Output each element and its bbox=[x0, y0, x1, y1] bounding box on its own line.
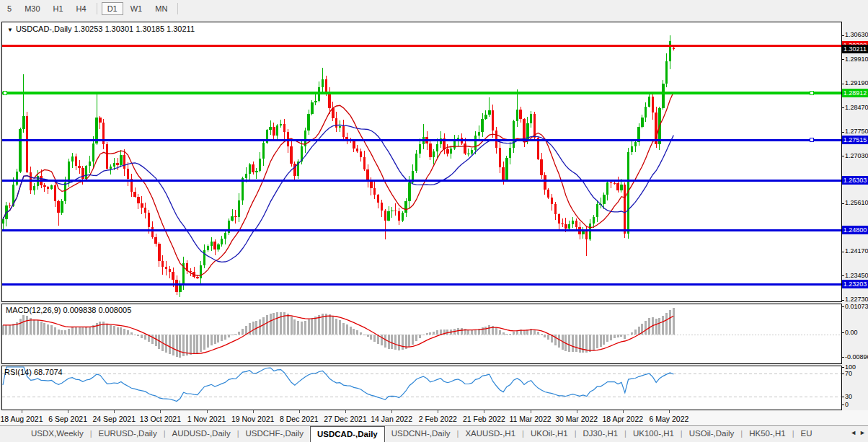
date-tick-mark bbox=[531, 410, 531, 413]
rsi-tick-70: 70 bbox=[845, 370, 868, 378]
current-price-badge: 1.30211 bbox=[842, 45, 868, 53]
tab-xauusd-h1[interactable]: XAUUSD-,H1 bbox=[459, 426, 522, 442]
date-label: 18 Aug 2021 bbox=[1, 415, 43, 423]
tab-eu[interactable]: EU bbox=[794, 426, 819, 442]
timeframe-button-h1[interactable]: H1 bbox=[48, 2, 69, 15]
price-tick-1.27030: 1.27030 bbox=[845, 152, 868, 160]
rsi-label: RSI(14) bbox=[4, 368, 32, 376]
axis-tick-mark bbox=[842, 203, 844, 204]
tab-scroll-right-icon[interactable]: ► bbox=[859, 429, 866, 436]
date-tick-mark bbox=[22, 410, 22, 413]
axis-tick-mark bbox=[842, 275, 844, 276]
trading-app-window: 5M30H1H4D1W1MN ▼USDCAD-,Daily 1.30253 1.… bbox=[0, 0, 868, 442]
date-tick-mark bbox=[299, 410, 300, 413]
tab-usdx-weekly[interactable]: USDX,Weekly bbox=[25, 426, 90, 442]
toolbar-separator bbox=[177, 3, 178, 14]
macd-tick-0.00: 0.00 bbox=[845, 329, 868, 337]
rsi-tick-30: 30 bbox=[845, 393, 868, 401]
chart-title: ▼USDCAD-,Daily 1.30253 1.30301 1.30185 1… bbox=[7, 25, 195, 33]
timeframe-toolbar: 5M30H1H4D1W1MN bbox=[0, 0, 868, 20]
date-tick-mark bbox=[669, 410, 670, 413]
price-tick-1.24170: 1.24170 bbox=[845, 247, 868, 255]
timeframe-button-m30[interactable]: M30 bbox=[19, 2, 45, 15]
price-line-badge-1.27515: 1.27515 bbox=[842, 136, 868, 144]
date-tick-mark bbox=[391, 410, 392, 413]
tab-usdchf-daily[interactable]: USDCHF-,Daily bbox=[239, 426, 311, 442]
date-label: 11 Mar 2022 bbox=[509, 415, 551, 423]
toolbar-separator bbox=[97, 3, 97, 14]
axis-tick-mark bbox=[842, 132, 844, 133]
price-tick-1.29190: 1.29190 bbox=[845, 79, 868, 87]
date-tick-mark bbox=[438, 410, 438, 413]
price-tick-1.30630: 1.30630 bbox=[845, 31, 868, 39]
rsi-title: RSI(14) 68.7074 bbox=[4, 368, 63, 376]
price-tick-1.23450: 1.23450 bbox=[845, 272, 868, 280]
axis-tick-mark bbox=[842, 374, 844, 374]
chart-dropdown-icon[interactable]: ▼ bbox=[7, 27, 13, 33]
timeframe-button-mn[interactable]: MN bbox=[149, 2, 173, 15]
rsi-value: 68.7074 bbox=[34, 368, 63, 376]
axis-tick-mark bbox=[842, 252, 844, 252]
date-label: 2 Feb 2022 bbox=[419, 415, 457, 423]
date-label: 21 Feb 2022 bbox=[463, 415, 505, 423]
date-label: 8 Dec 2021 bbox=[280, 415, 319, 423]
price-tick-1.27750: 1.27750 bbox=[845, 128, 868, 136]
axis-tick-mark bbox=[842, 367, 844, 368]
axis-tick-mark bbox=[842, 405, 844, 405]
date-label: 13 Oct 2021 bbox=[140, 415, 181, 423]
price-tick-1.25610: 1.25610 bbox=[845, 199, 868, 207]
macd-label: MACD(12,26,9) bbox=[6, 306, 61, 314]
date-axis[interactable]: 18 Aug 20216 Sep 202124 Sep 202113 Oct 2… bbox=[0, 410, 868, 425]
date-label: 14 Jan 2022 bbox=[371, 415, 412, 423]
axis-tick-mark bbox=[842, 357, 844, 358]
axis-tick-mark bbox=[842, 84, 844, 84]
tab-ukoil-h1[interactable]: UKOil-,H1 bbox=[524, 426, 575, 442]
date-tick-mark bbox=[114, 410, 115, 413]
tab-dj30-h1[interactable]: DJ30-,H1 bbox=[577, 426, 625, 442]
axis-tick-mark bbox=[842, 107, 844, 108]
macd-values: 0.009838 0.008005 bbox=[63, 306, 131, 314]
tab-usoil-daily[interactable]: USOil-,Daily bbox=[683, 426, 741, 442]
tab-eurusd-daily[interactable]: EURUSD-,Daily bbox=[92, 426, 164, 442]
timeframe-button-5[interactable]: 5 bbox=[1, 2, 17, 15]
date-label: 18 Apr 2022 bbox=[602, 415, 643, 423]
axis-tick-mark bbox=[842, 332, 844, 333]
tab-scroll-arrows: ◄► bbox=[847, 429, 866, 436]
chart-tab-bar: USDX,Weekly|EURUSD-,Daily|AUDUSD-,Daily|… bbox=[0, 425, 868, 442]
macd-title: MACD(12,26,9) 0.009838 0.008005 bbox=[6, 306, 131, 314]
axis-tick-mark bbox=[842, 59, 844, 60]
date-label: 19 Nov 2021 bbox=[231, 415, 275, 423]
rsi-tick-0: 0 bbox=[845, 401, 868, 409]
price-tick-1.28470: 1.28470 bbox=[845, 104, 868, 112]
axis-tick-mark bbox=[842, 397, 844, 397]
date-tick-mark bbox=[623, 410, 624, 413]
price-line-badge-1.23203: 1.23203 bbox=[842, 280, 868, 288]
axis-tick-mark bbox=[842, 300, 844, 301]
tab-uk100-h1[interactable]: UK100-,H1 bbox=[626, 426, 681, 442]
price-line-badge-1.28912: 1.28912 bbox=[842, 89, 868, 97]
chart-symbol-label: USDCAD-,Daily bbox=[16, 25, 72, 33]
rsi-panel[interactable] bbox=[1, 366, 842, 410]
date-label: 6 Sep 2021 bbox=[48, 415, 87, 423]
macd-tick--0.008966: -0.008966 bbox=[845, 353, 868, 361]
tab-hk50-h1[interactable]: HK50-,H1 bbox=[743, 426, 792, 442]
date-label: 30 Mar 2022 bbox=[555, 415, 598, 423]
main-chart-panel[interactable] bbox=[1, 22, 842, 302]
date-label: 6 May 2022 bbox=[650, 415, 689, 423]
timeframe-button-d1[interactable]: D1 bbox=[102, 2, 123, 15]
date-tick-mark bbox=[160, 410, 161, 413]
timeframe-button-w1[interactable]: W1 bbox=[125, 2, 149, 15]
date-label: 1 Nov 2021 bbox=[187, 415, 226, 423]
price-tick-1.29910: 1.29910 bbox=[845, 56, 868, 63]
timeframe-button-h4[interactable]: H4 bbox=[71, 2, 92, 15]
date-tick-mark bbox=[207, 410, 208, 413]
price-line-badge-1.24800: 1.24800 bbox=[842, 226, 868, 234]
tab-usdcad-daily[interactable]: USDCAD-,Daily bbox=[310, 426, 385, 442]
date-tick-mark bbox=[253, 410, 254, 413]
date-tick-mark bbox=[577, 410, 577, 413]
axis-tick-mark bbox=[842, 156, 844, 156]
tab-audusd-daily[interactable]: AUDUSD-,Daily bbox=[166, 426, 237, 442]
date-label: 24 Sep 2021 bbox=[92, 415, 136, 423]
tab-usdcnh-daily[interactable]: USDCNH-,Daily bbox=[385, 426, 457, 442]
tab-scroll-left-icon[interactable]: ◄ bbox=[850, 429, 856, 436]
